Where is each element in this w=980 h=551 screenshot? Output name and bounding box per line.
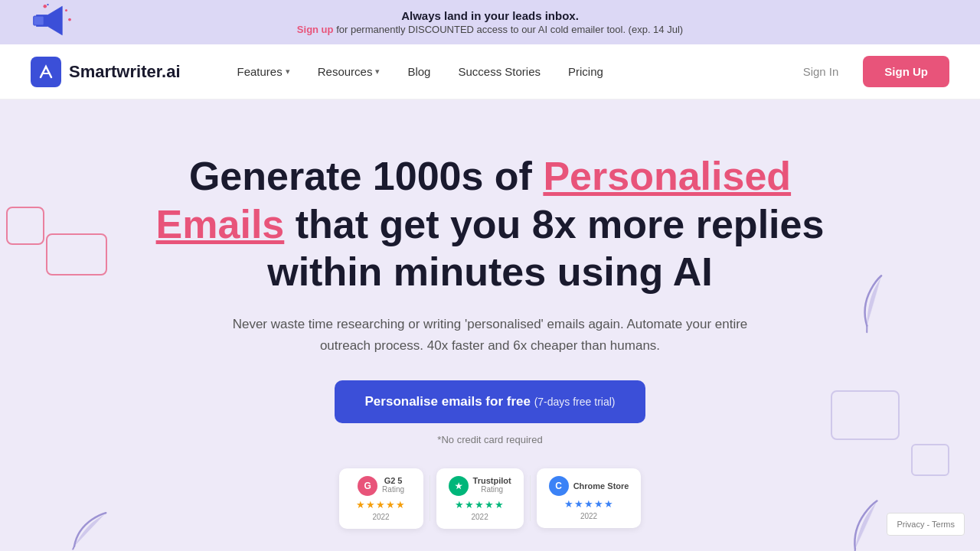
g2-icon: G [358, 476, 377, 496]
trustpilot-stars: ★★★★★ [455, 499, 505, 510]
logo-text: Smartwriter.ai [69, 62, 181, 82]
chrome-stars: ★★★★★ [564, 498, 614, 510]
g2-label: Rating [382, 485, 404, 494]
chrome-name: Chrome Store [573, 481, 629, 491]
cta-label: Personalise emails for free [365, 394, 531, 409]
cta-button[interactable]: Personalise emails for free (7-days free… [335, 380, 646, 423]
trustpilot-year: 2022 [471, 513, 488, 521]
top-banner: Always land in your leads inbox. Sign up… [0, 0, 980, 44]
nav-features[interactable]: Features ▾ [227, 59, 301, 84]
svg-point-4 [68, 18, 71, 21]
deco-rect-left-top [6, 207, 44, 245]
megaphone-icon [31, 4, 77, 41]
nav-auth: Sign In Sign Up [791, 56, 949, 87]
g2-stars: ★★★★★ [356, 499, 406, 510]
cta-note: *No credit card required [437, 434, 542, 445]
nav-blog[interactable]: Blog [397, 59, 441, 84]
g2-name: G2 5 [382, 476, 404, 485]
trustpilot-name: Trustpilot [473, 476, 511, 485]
logo-link[interactable]: Smartwriter.ai [31, 57, 181, 87]
svg-point-5 [47, 4, 48, 5]
feather-top-right-icon [845, 270, 906, 345]
trustpilot-label: Rating [473, 485, 511, 494]
nav-pricing[interactable]: Pricing [557, 59, 614, 84]
sign-in-button[interactable]: Sign In [791, 59, 851, 84]
banner-sub-suffix: for permanently DISCOUNTED access to our… [334, 24, 684, 35]
deco-rect-right-bottom [911, 444, 949, 476]
banner-signup-link[interactable]: Sign up [297, 24, 334, 35]
svg-point-2 [44, 5, 47, 8]
chrome-year: 2022 [580, 512, 597, 520]
nav-links: Features ▾ Resources ▾ Blog Success Stor… [227, 59, 791, 84]
hero-title-end: that get you 8x more replies within minu… [267, 202, 824, 294]
g2-year: 2022 [372, 513, 389, 521]
hero-subtitle: Never waste time researching or writing … [230, 314, 750, 355]
deco-rect-right-top [831, 390, 900, 440]
nav-resources[interactable]: Resources ▾ [307, 59, 391, 84]
trustpilot-badge: ★ Trustpilot Rating ★★★★★ 2022 [436, 468, 524, 529]
hero-title: Generate 1000s of Personalised Emails th… [145, 152, 835, 295]
svg-point-3 [65, 9, 67, 11]
nav-success-stories[interactable]: Success Stories [447, 59, 551, 84]
sign-up-button[interactable]: Sign Up [863, 56, 949, 87]
badges-row: G G2 5 Rating ★★★★★ 2022 ★ Trustpilot Ra… [339, 468, 642, 529]
hero-title-start: Generate 1000s of [189, 154, 543, 198]
svg-rect-1 [34, 16, 44, 25]
resources-chevron: ▾ [375, 67, 380, 77]
cta-trial: (7-days free trial) [534, 396, 616, 408]
recaptcha-text: Privacy - Terms [897, 520, 955, 529]
recaptcha-widget: Privacy - Terms [887, 513, 965, 536]
g2-badge: G G2 5 Rating ★★★★★ 2022 [339, 468, 423, 529]
features-chevron: ▾ [286, 67, 290, 77]
feather-bottom-left-icon [68, 504, 112, 551]
badge-divider-1 [430, 475, 430, 521]
banner-main-text: Always land in your leads inbox. [15, 9, 965, 22]
navbar: Smartwriter.ai Features ▾ Resources ▾ Bl… [0, 44, 980, 99]
trustpilot-icon: ★ [449, 476, 469, 496]
chrome-badge: C Chrome Store ★★★★★ 2022 [537, 468, 642, 528]
badge-divider-2 [530, 475, 531, 521]
hero-section: Generate 1000s of Personalised Emails th… [0, 99, 980, 551]
chrome-icon: C [549, 476, 569, 496]
logo-icon [31, 57, 61, 87]
deco-rect-left-bottom [46, 233, 107, 276]
banner-sub-text: Sign up for permanently DISCOUNTED acces… [15, 24, 965, 35]
